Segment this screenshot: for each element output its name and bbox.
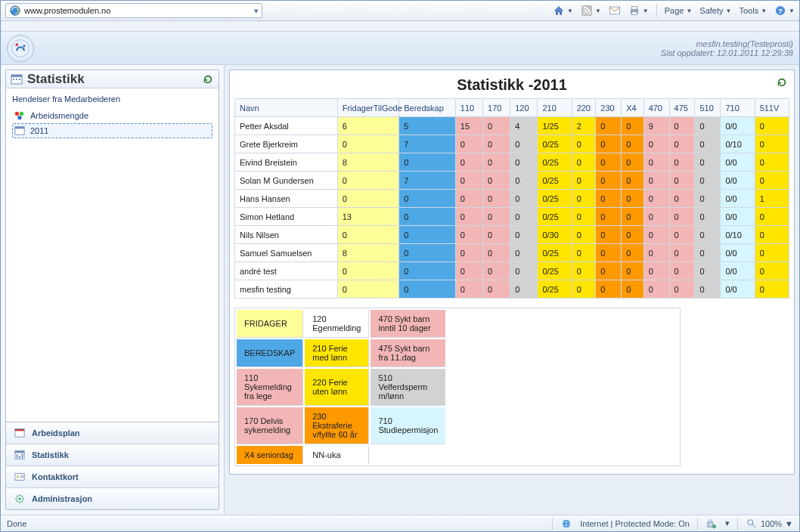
nav-statistikk[interactable]: Statistikk xyxy=(6,444,219,466)
cell: 0 xyxy=(755,244,789,262)
nav-list: Arbeidsplan Statistikk Kontaktkort xyxy=(6,422,219,509)
col-beredskap[interactable]: Beredskap xyxy=(399,99,456,117)
col-x4[interactable]: X4 xyxy=(622,99,643,117)
legend-cell: 710 Studiepermisjon xyxy=(371,407,445,444)
legend-cell: 120 Egenmelding xyxy=(305,310,369,338)
cell: 0 xyxy=(399,280,456,298)
cell: 0 xyxy=(669,262,695,280)
cell: 0 xyxy=(669,153,695,172)
cell: 0 xyxy=(399,153,456,172)
cell: 0 xyxy=(337,135,398,153)
page-menu[interactable]: Page ▼ xyxy=(665,6,693,15)
address-dropdown-icon[interactable]: ▾ xyxy=(254,6,259,16)
col-470[interactable]: 470 xyxy=(643,99,669,117)
cell: 0 xyxy=(596,226,622,244)
help-icon: ? xyxy=(774,5,786,17)
stats-table: NavnFridagerTilGodeBeredskap110170120210… xyxy=(234,98,789,298)
nav-label: Kontaktkort xyxy=(32,472,79,481)
help-menu[interactable]: ?▼ xyxy=(774,5,795,17)
cell: 0 xyxy=(755,135,789,153)
col-220[interactable]: 220 xyxy=(572,99,596,117)
mail-button[interactable] xyxy=(609,5,621,17)
cell: 0 xyxy=(510,153,538,172)
cell: 0 xyxy=(596,117,622,135)
tree-root[interactable]: Hendelser fra Medarbeideren xyxy=(12,94,212,104)
cell: 0 xyxy=(455,135,482,153)
svg-rect-15 xyxy=(19,79,20,80)
cell: 13 xyxy=(337,208,398,226)
legend-cell: 110 Sykemelding fra lege xyxy=(237,369,303,406)
nav-kontaktkort[interactable]: Kontaktkort xyxy=(6,466,219,487)
cell: 0 xyxy=(455,280,482,298)
cell: 0 xyxy=(337,226,398,244)
cell: 7 xyxy=(399,172,456,190)
legend-cell xyxy=(371,446,445,464)
ie-tabstrip xyxy=(1,21,799,32)
cell: 0 xyxy=(455,153,482,172)
cell: 15 xyxy=(455,117,482,135)
feeds-button[interactable]: ▼ xyxy=(581,5,601,17)
cell: 0/0 xyxy=(721,262,755,280)
legend-cell: 475 Sykt barn fra 11.dag xyxy=(371,339,445,367)
print-button[interactable]: ▼ xyxy=(628,5,649,17)
cell: 0 xyxy=(622,153,643,172)
svg-rect-30 xyxy=(20,475,23,476)
cell: 0/25 xyxy=(538,244,572,262)
cell: 0 xyxy=(483,135,510,153)
tree-item-2011[interactable]: 2011 xyxy=(12,123,212,138)
col-fridagertilgode[interactable]: FridagerTilGode xyxy=(337,99,398,117)
table-row: Eivind Breistein800000/250000000/00 xyxy=(235,153,789,172)
col-210[interactable]: 210 xyxy=(538,99,572,117)
svg-rect-14 xyxy=(16,79,17,80)
tree-item-arbeidsmengde[interactable]: Arbeidsmengde xyxy=(12,108,212,123)
legend-cell: 230 Ekstraferie v/fyllte 60 år xyxy=(305,407,369,444)
cell: 0 xyxy=(622,244,643,262)
app-logo-icon xyxy=(11,39,30,58)
col-475[interactable]: 475 xyxy=(669,99,695,117)
cell: 0 xyxy=(596,135,622,153)
col-120[interactable]: 120 xyxy=(510,99,538,117)
col-230[interactable]: 230 xyxy=(596,99,622,117)
col-510[interactable]: 510 xyxy=(695,99,721,117)
cell: 0 xyxy=(455,244,482,262)
refresh-icon[interactable] xyxy=(776,76,788,88)
app-logo[interactable] xyxy=(7,35,34,62)
col-511v[interactable]: 511V xyxy=(755,99,789,117)
nav-label: Statistikk xyxy=(32,450,69,459)
zoom-control[interactable]: 100% ▼ xyxy=(746,518,793,530)
col-170[interactable]: 170 xyxy=(483,99,510,117)
cell: 0 xyxy=(572,153,596,172)
nav-arbeidsplan[interactable]: Arbeidsplan xyxy=(6,422,219,444)
cell: 0 xyxy=(622,190,643,208)
legend-cell: NN-uka xyxy=(305,446,369,464)
col-navn[interactable]: Navn xyxy=(235,99,338,117)
svg-point-10 xyxy=(23,45,25,47)
protected-mode-icon[interactable] xyxy=(705,518,718,530)
cell: 7 xyxy=(399,135,456,153)
cell: 0 xyxy=(669,190,695,208)
cell: 0 xyxy=(572,244,596,262)
cell: 0 xyxy=(596,244,622,262)
col-110[interactable]: 110 xyxy=(455,99,482,117)
cell: 0/25 xyxy=(538,135,572,153)
refresh-icon[interactable] xyxy=(202,73,214,85)
cell: 0 xyxy=(755,117,789,135)
protected-dropdown-icon[interactable]: ▾ xyxy=(725,518,730,528)
legend-cell: 470 Sykt barn inntil 10 dager xyxy=(371,310,445,338)
cell: 0 xyxy=(755,280,789,298)
cell: 6 xyxy=(337,117,398,135)
nav-administrasjon[interactable]: Administrasjon xyxy=(6,487,219,509)
cell: 0 xyxy=(572,208,596,226)
page-title: Statistikk -2011 xyxy=(230,70,794,98)
safety-menu[interactable]: Safety ▼ xyxy=(699,6,731,15)
address-bar[interactable]: www.prostemodulen.no ▾ xyxy=(5,3,262,18)
cell: 0/25 xyxy=(538,190,572,208)
zone-text: Internet | Protected Mode: On xyxy=(580,519,690,528)
legend-cell: 510 Velferdsperm m/lønn xyxy=(371,369,445,406)
calendar-icon xyxy=(11,73,23,85)
tools-menu[interactable]: Tools ▼ xyxy=(739,6,767,15)
home-button[interactable]: ▼ xyxy=(553,5,573,17)
cell: 0 xyxy=(399,244,456,262)
table-header-row: NavnFridagerTilGodeBeredskap110170120210… xyxy=(235,99,789,117)
col-710[interactable]: 710 xyxy=(721,99,755,117)
